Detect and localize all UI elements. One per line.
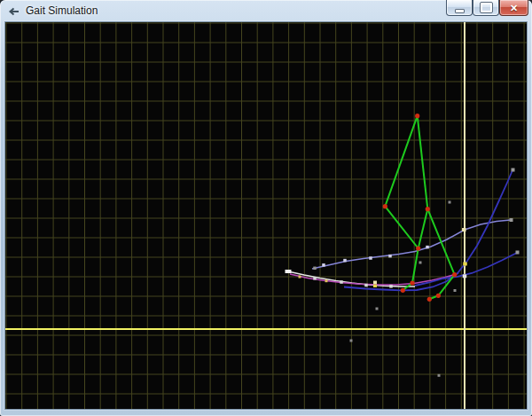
close-button[interactable]: ✕ [499,0,528,16]
minimize-button[interactable] [446,0,473,16]
app-icon[interactable] [7,7,20,16]
skeleton-bone [419,209,428,248]
path-marker [389,285,393,288]
skeleton-joint [410,280,414,285]
skeleton-joint [436,294,441,298]
skeleton-joint [427,297,432,302]
skeleton-bone [385,207,418,248]
current-position-marker [286,270,292,273]
path-marker [340,280,343,284]
path-marker [373,284,377,287]
skeleton-joint [401,288,405,293]
path-marker [364,284,368,287]
path-marker [369,256,372,260]
gait-canvas[interactable] [5,22,527,409]
path-end-marker [512,169,515,172]
skeleton-bone [418,116,428,209]
skeleton-joint [416,246,420,250]
cursor-crossing-marker [463,274,467,278]
maximize-button[interactable] [473,0,499,16]
skeleton-joint [383,204,387,208]
path-end-marker [516,251,520,255]
trajectory-blue-steep [344,170,512,290]
cursor-crossing-marker [462,228,466,232]
path-marker [325,279,328,282]
caption-buttons: ✕ [446,0,528,16]
path-marker [426,246,429,249]
path-marker [313,267,317,271]
ref-marker [454,289,457,292]
skeleton-bone [427,209,454,275]
trajectory-blue-upper [312,220,511,269]
ref-marker [438,374,441,377]
path-marker [388,255,392,258]
simulation-viewport[interactable] [5,22,527,409]
skeleton-joint [452,272,457,277]
path-marker [322,263,325,267]
cursor-crossing-marker [463,263,467,266]
window-title: Gait Simulation [26,0,98,22]
path-marker [299,276,301,279]
skeleton-joint [426,207,430,211]
skeleton-bone [412,248,419,283]
ref-marker [350,340,353,342]
skeleton-joint [415,114,419,118]
minimize-icon [455,9,465,13]
path-marker [343,259,347,263]
path-marker [373,281,377,285]
titlebar[interactable]: Gait Simulation ✕ [0,0,532,22]
ref-marker [419,262,422,264]
path-end-marker [510,218,513,222]
gait-simulation-window: Gait Simulation ✕ [0,0,532,416]
skeleton-bone [385,116,417,207]
ref-marker [376,308,379,310]
maximize-icon [481,3,492,12]
close-icon: ✕ [510,1,518,15]
path-marker [313,277,317,280]
ref-marker [449,201,451,204]
